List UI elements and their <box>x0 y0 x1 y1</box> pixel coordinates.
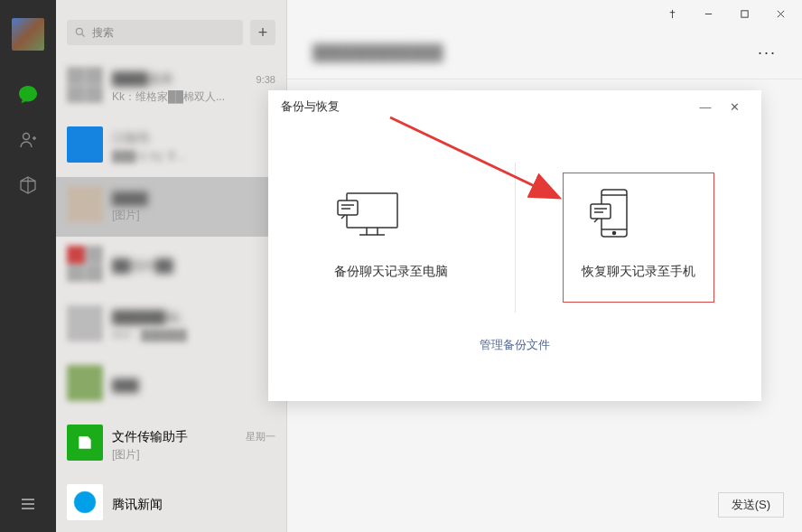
chat-title: ████惠券 <box>112 71 173 88</box>
svg-rect-21 <box>591 204 611 219</box>
search-input[interactable]: 搜索 <box>67 20 243 45</box>
restore-to-phone-option[interactable]: 恢复聊天记录至手机 <box>516 145 762 331</box>
more-icon[interactable]: ··· <box>758 43 777 62</box>
backup-restore-dialog: 备份与恢复 — ✕ 备份聊天记录至电脑 <box>268 90 761 401</box>
manage-backup-link[interactable]: 管理备份文件 <box>480 338 550 351</box>
chat-item[interactable]: 文件传输助手星期一 [图片] <box>56 415 286 475</box>
window-titlebar <box>287 0 802 27</box>
chat-title: ████ <box>112 191 148 206</box>
chat-preview: Kk：维格家██棉双人... <box>112 89 275 105</box>
chat-item[interactable]: ████惠券9:38 Kk：维格家██棉双人... <box>56 58 286 117</box>
chat-tab-icon[interactable] <box>16 83 40 107</box>
chat-title: 腾讯新闻 <box>112 497 163 513</box>
minimize-button[interactable] <box>690 1 726 26</box>
collections-tab-icon[interactable] <box>16 173 40 197</box>
svg-rect-7 <box>741 10 747 16</box>
chat-title: 订阅号 <box>112 131 150 147</box>
svg-point-0 <box>23 134 30 140</box>
chat-item[interactable]: ███ <box>56 356 286 415</box>
backup-label: 备份聊天记录至电脑 <box>334 264 448 280</box>
svg-point-4 <box>76 28 82 34</box>
add-button[interactable]: + <box>250 20 275 45</box>
chat-list: 搜索 + ████惠券9:38 Kk：维格家██棉双人... 订阅号 ███[红… <box>56 0 287 532</box>
tencent-news-icon <box>67 484 103 520</box>
svg-rect-14 <box>338 201 358 215</box>
close-button[interactable] <box>762 1 798 26</box>
chat-title: 文件传输助手 <box>112 429 188 445</box>
maximize-button[interactable] <box>726 1 762 26</box>
chat-time: 星期一 <box>246 430 275 443</box>
phone-icon <box>582 184 695 246</box>
chat-title: ██████福.. <box>112 310 185 326</box>
search-placeholder: 搜索 <box>92 25 114 41</box>
chat-preview: 003：██████ <box>112 328 275 343</box>
svg-line-5 <box>82 34 85 37</box>
dialog-close-button[interactable]: ✕ <box>720 95 749 118</box>
chat-item[interactable]: 腾讯新闻 <box>56 475 286 532</box>
nav-rail <box>0 0 56 532</box>
chat-title: ██国外██ <box>112 258 173 275</box>
chat-preview: [图片] <box>112 208 275 223</box>
menu-icon[interactable] <box>16 492 40 516</box>
dialog-minimize-button[interactable]: — <box>691 95 720 118</box>
chat-item[interactable]: ██████福.. 003：██████ <box>56 296 286 356</box>
chat-preview: [图片] <box>112 447 275 462</box>
pin-button[interactable] <box>654 1 690 26</box>
svg-point-20 <box>612 232 615 235</box>
backup-to-pc-option[interactable]: 备份聊天记录至电脑 <box>268 145 515 331</box>
contacts-tab-icon[interactable] <box>16 128 40 152</box>
chat-item[interactable]: ██国外██ <box>56 237 286 296</box>
chat-item[interactable]: ████ [图片] <box>56 177 286 237</box>
file-transfer-icon <box>67 425 103 461</box>
chat-item[interactable]: 订阅号 ███[红包] 零... <box>56 117 286 177</box>
dialog-title: 备份与恢复 <box>281 98 340 115</box>
conversation-title: ████████████ <box>312 44 443 62</box>
chat-title: ███ <box>112 378 139 393</box>
chat-preview: ███[红包] 零... <box>112 149 275 164</box>
send-button[interactable]: 发送(S) <box>718 492 784 518</box>
user-avatar[interactable] <box>12 18 44 51</box>
chat-time: 9:38 <box>256 74 275 85</box>
restore-label: 恢复聊天记录至手机 <box>582 264 695 280</box>
monitor-icon <box>334 184 448 246</box>
